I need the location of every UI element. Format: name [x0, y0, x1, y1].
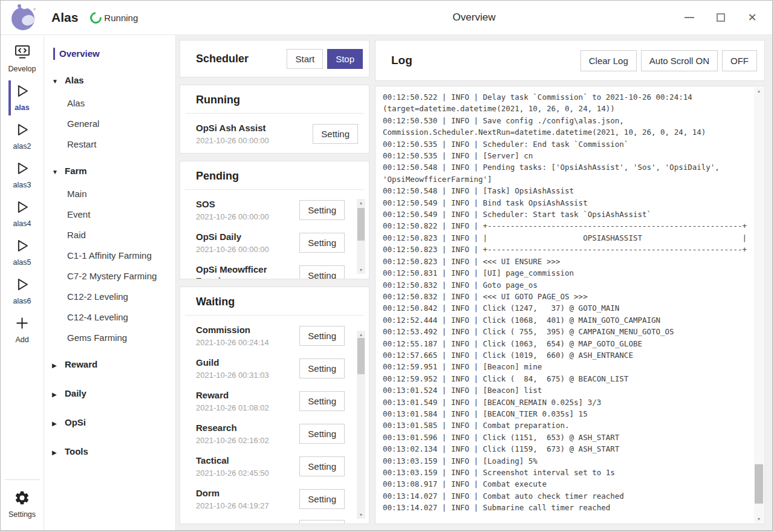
task-setting-button[interactable]: Setting	[299, 424, 345, 444]
task-setting-button[interactable]: Setting	[299, 391, 345, 411]
nav-group-reward[interactable]: ▶Reward	[44, 353, 175, 377]
rail-bottom: Settings	[5, 479, 40, 530]
nav-group-farm[interactable]: ▼Farm	[44, 160, 175, 184]
brand: Alas Running	[9, 4, 138, 31]
nav-group-label: Daily	[65, 388, 86, 398]
log-output[interactable]: 00:12:50.522 | INFO | Delay task `Commis…	[376, 86, 764, 524]
log-line: 00:13:14.027 | INFO | Submarine call tim…	[383, 502, 750, 513]
scroll-up-icon[interactable]: ▲	[357, 331, 365, 339]
chevron-down-icon: ▼	[52, 166, 59, 178]
scroll-down-icon[interactable]: ▼	[357, 266, 365, 274]
task-setting-button[interactable]: Setting	[299, 489, 345, 509]
task-name: OpSi Meowfficer Farming	[196, 264, 290, 279]
scroll-down-icon[interactable]: ▼	[357, 511, 365, 519]
nav-group-daily[interactable]: ▶Daily	[44, 382, 175, 406]
log-line: 00:12:52.444 | INFO | Click (1068, 401) …	[383, 314, 750, 326]
app-logo-icon	[9, 4, 37, 31]
nav-group-label: Reward	[65, 359, 97, 369]
task-info: OpSi Meowfficer Farming	[196, 264, 290, 279]
scroll-down-icon[interactable]: ▼	[754, 515, 764, 523]
nav-item-c1-1-affinity-farming[interactable]: C1-1 Affinity Farming	[44, 245, 175, 266]
rail-item-label: alas3	[13, 181, 31, 189]
nav-item-c7-2-mystery-farming[interactable]: C7-2 Mystery Farming	[44, 266, 175, 287]
task-row: OpSi Meowfficer FarmingSetting	[196, 259, 345, 279]
log-line: 00:12:50.535 | INFO | Scheduler: End tas…	[383, 138, 750, 150]
play-icon	[14, 83, 30, 102]
start-button[interactable]: Start	[287, 49, 323, 69]
task-setting-button[interactable]: Setting	[299, 456, 345, 476]
nav-group-tools[interactable]: ▶Tools	[44, 440, 175, 464]
settings-button[interactable]: Settings	[5, 485, 40, 524]
nav-item-raid[interactable]: Raid	[44, 225, 175, 245]
nav-group-opsi[interactable]: ▶OpSi	[44, 411, 175, 435]
autoscroll-on-button[interactable]: Auto Scroll ON	[641, 50, 718, 71]
log-scrollbar[interactable]: ▲ ▼	[754, 87, 764, 523]
rail-item-alas5[interactable]: alas5	[8, 233, 36, 272]
scheduler-title: Scheduler	[196, 53, 287, 65]
task-time: 2021-10-26 01:08:02	[196, 403, 269, 412]
nav-item-general[interactable]: General	[44, 114, 175, 134]
log-line: 00:12:50.530 | INFO | Save config ./conf…	[383, 115, 750, 138]
chevron-right-icon: ▶	[52, 418, 59, 430]
nav-item-alas[interactable]: Alas	[44, 93, 175, 114]
rail-item-add[interactable]: Add	[8, 311, 36, 349]
clear-log-button[interactable]: Clear Log	[580, 50, 637, 71]
nav-item-c12-2-leveling[interactable]: C12-2 Leveling	[44, 287, 175, 307]
task-setting-button[interactable]: Setting	[299, 326, 345, 346]
nav-group-alas[interactable]: ▼Alas	[44, 69, 175, 93]
scroll-up-icon[interactable]: ▲	[754, 87, 764, 95]
waiting-scrollbar[interactable]: ▲ ▼	[357, 331, 365, 519]
task-time: 2021-10-26 00:00:00	[196, 245, 269, 254]
log-line: 00:13:02.134 | INFO | Click (1159, 673) …	[383, 443, 750, 455]
autoscroll-off-button[interactable]: OFF	[722, 50, 757, 71]
task-name: Reward	[196, 389, 269, 401]
scroll-up-icon[interactable]: ▲	[357, 199, 365, 207]
task-setting-button[interactable]: Setting	[299, 265, 345, 279]
log-line: 00:12:55.187 | INFO | Click (1063, 654) …	[383, 338, 750, 349]
nav-item-gems-farming[interactable]: Gems Farming	[44, 328, 175, 348]
task-setting-button[interactable]: Setting	[299, 358, 345, 378]
rail-item-alas[interactable]: alas	[8, 79, 36, 117]
task-row: ShopSetting	[196, 515, 345, 524]
log-line: 00:13:01.549 | INFO | [BEACON_REMAIN 0.0…	[383, 397, 750, 408]
scrollbar-thumb[interactable]	[357, 338, 365, 374]
rail-item-develop[interactable]: Develop	[8, 40, 36, 79]
task-info: Dorm2021-10-26 04:19:27	[196, 487, 269, 510]
rail-item-alas6[interactable]: alas6	[8, 272, 36, 311]
task-row: OpSi Ash Assist2021-10-26 00:00:00Settin…	[196, 117, 358, 150]
nav-group-label: Tools	[65, 446, 88, 456]
pending-scrollbar[interactable]: ▲ ▼	[357, 199, 365, 274]
rail-item-label: alas2	[13, 142, 31, 151]
nav-item-c12-4-leveling[interactable]: C12-4 Leveling	[44, 307, 175, 328]
task-setting-button[interactable]: Setting	[313, 124, 358, 144]
nav-item-restart[interactable]: Restart	[44, 134, 175, 155]
rail-item-label: alas5	[13, 258, 31, 267]
task-setting-button[interactable]: Setting	[299, 200, 345, 220]
scrollbar-thumb[interactable]	[755, 464, 763, 504]
rail-item-alas4[interactable]: alas4	[8, 195, 36, 233]
task-name: Dorm	[196, 487, 269, 499]
task-setting-button[interactable]: Setting	[299, 233, 345, 253]
minimize-button[interactable]	[683, 11, 696, 24]
stop-button[interactable]: Stop	[327, 49, 363, 69]
task-setting-button[interactable]: Setting	[299, 520, 345, 524]
window-controls: ✕	[683, 11, 763, 24]
nav-item-event[interactable]: Event	[44, 204, 175, 225]
task-info: Research2021-10-26 02:16:02	[196, 422, 269, 445]
maximize-button[interactable]	[714, 11, 727, 24]
rail-item-alas3[interactable]: alas3	[8, 156, 36, 195]
log-line: 00:13:03.159 | INFO | Screenshot interva…	[383, 467, 750, 478]
scrollbar-thumb[interactable]	[357, 208, 365, 241]
nav-item-main[interactable]: Main	[44, 184, 175, 204]
pending-title: Pending	[196, 170, 239, 182]
log-line: 00:12:50.522 | INFO | Delay task `Commis…	[383, 91, 750, 115]
rail-item-label: Add	[15, 336, 28, 344]
log-line: 00:13:01.584 | INFO | [BEACON_TIER 0.035…	[383, 408, 750, 420]
settings-label: Settings	[8, 510, 36, 519]
log-line: 00:13:01.585 | INFO | Combat preparation…	[383, 420, 750, 431]
nav-item-overview[interactable]: Overview	[44, 44, 175, 64]
log-line: 00:12:50.548 | INFO | Pending tasks: ['O…	[383, 161, 750, 185]
task-info: OpSi Ash Assist2021-10-26 00:00:00	[196, 122, 269, 145]
rail-item-alas2[interactable]: alas2	[8, 117, 36, 156]
close-button[interactable]: ✕	[746, 11, 759, 24]
